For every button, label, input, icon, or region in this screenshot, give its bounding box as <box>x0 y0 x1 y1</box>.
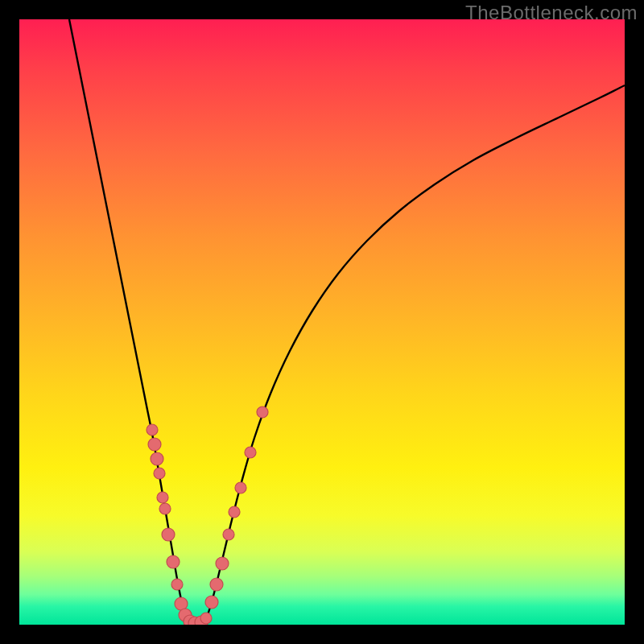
scatter-dot <box>154 468 165 479</box>
scatter-dot <box>245 447 256 458</box>
scatter-dot <box>167 555 180 568</box>
scatter-dot <box>205 596 218 609</box>
scatter-dot <box>216 557 229 570</box>
chart-plot-area <box>19 19 625 625</box>
scatter-dot <box>162 528 175 541</box>
scatter-dot <box>148 438 161 451</box>
scatter-dot <box>235 482 246 493</box>
scatter-dots <box>147 407 268 625</box>
right-curve <box>203 85 625 623</box>
scatter-dot <box>200 613 212 624</box>
scatter-dot <box>157 492 168 503</box>
scatter-dot <box>159 503 171 514</box>
scatter-dot <box>223 529 234 540</box>
scatter-dot <box>210 578 223 591</box>
scatter-dot <box>171 579 183 590</box>
scatter-dot <box>147 424 158 436</box>
scatter-dot <box>257 407 268 418</box>
scatter-dot <box>151 452 163 465</box>
watermark-text: TheBottleneck.com <box>465 2 638 24</box>
scatter-dot <box>229 506 240 518</box>
chart-svg <box>19 19 625 625</box>
